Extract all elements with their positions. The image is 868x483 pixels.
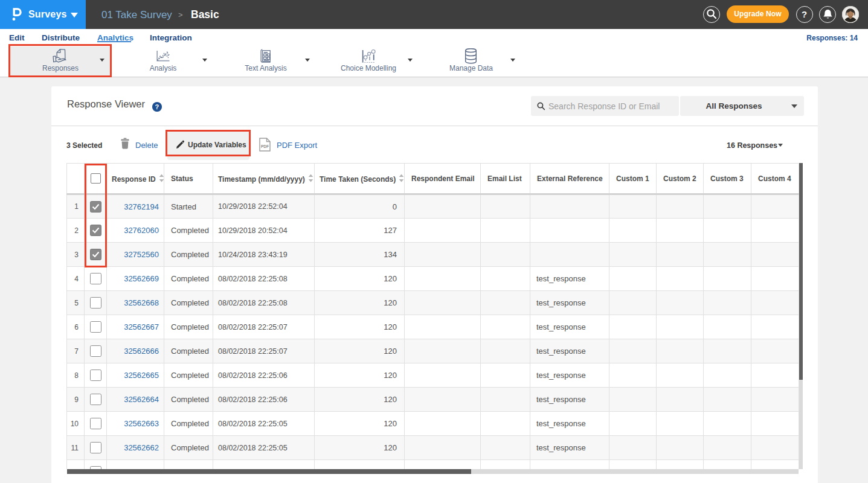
svg-text:PDF: PDF bbox=[261, 144, 269, 149]
